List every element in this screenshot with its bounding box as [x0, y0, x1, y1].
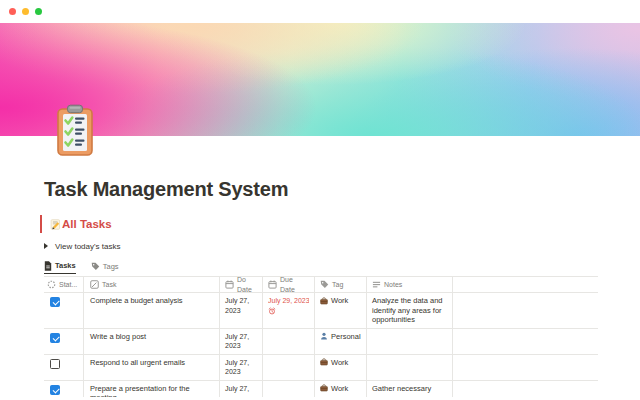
- tab-tasks[interactable]: Tasks: [44, 261, 76, 274]
- status-circle-icon: [47, 280, 56, 289]
- alarm-clock-icon: [268, 307, 276, 315]
- text-lines-icon: [372, 280, 381, 289]
- all-tasks-heading-label: All Tasks: [62, 218, 112, 230]
- tag-icon: [320, 280, 329, 289]
- table-row: Prepare a presentation for the meeting J…: [44, 381, 598, 397]
- tag-cell[interactable]: Personal: [315, 329, 367, 354]
- column-header-notes[interactable]: Notes: [367, 277, 453, 292]
- page-cover-image[interactable]: [0, 23, 640, 136]
- tab-tags[interactable]: Tags: [91, 261, 119, 274]
- pencil-square-icon: [90, 280, 99, 289]
- tab-tasks-label[interactable]: Tasks: [55, 261, 76, 270]
- traffic-light-minimize-button[interactable]: [22, 8, 29, 15]
- column-header-status[interactable]: Stat...: [44, 277, 84, 292]
- notion-window: Task Management System All Tasks View to…: [0, 0, 640, 400]
- notes-cell[interactable]: Analyze the data and identify any areas …: [367, 293, 453, 328]
- status-cell[interactable]: [44, 293, 84, 328]
- notes-cell[interactable]: Gather necessary: [367, 381, 453, 397]
- row-empty-space[interactable]: [453, 329, 598, 354]
- status-cell[interactable]: [44, 329, 84, 354]
- do-date-cell[interactable]: July 27, 2023: [220, 355, 263, 380]
- overdue-date: July 29, 2023: [268, 296, 309, 306]
- tab-tags-label[interactable]: Tags: [103, 262, 119, 271]
- briefcase-icon: [320, 358, 328, 366]
- task-cell[interactable]: Complete a budget analysis: [84, 293, 220, 328]
- toggle-arrow-icon[interactable]: [44, 243, 48, 249]
- column-header-do-date[interactable]: Do Date: [220, 277, 263, 292]
- notes-cell[interactable]: [367, 329, 453, 354]
- toggle-view-todays-tasks[interactable]: View today's tasks: [44, 240, 640, 252]
- due-date-cell[interactable]: [263, 329, 315, 354]
- tag-icon: [91, 262, 100, 271]
- table-row: Complete a budget analysis July 27, 2023…: [44, 293, 598, 329]
- traffic-light-close-button[interactable]: [9, 8, 16, 15]
- tag-label: Personal: [331, 332, 361, 342]
- task-checkbox[interactable]: [50, 297, 60, 307]
- clipboard-icon[interactable]: [55, 104, 95, 157]
- tag-label: Work: [331, 358, 348, 368]
- task-checkbox[interactable]: [50, 333, 60, 343]
- document-icon: [44, 261, 52, 271]
- task-checkbox[interactable]: [50, 359, 60, 369]
- calendar-icon: [268, 280, 277, 289]
- column-header-task[interactable]: Task: [84, 277, 220, 292]
- column-header-due-date[interactable]: Due Date: [263, 277, 315, 292]
- calendar-icon: [225, 280, 234, 289]
- do-date-cell[interactable]: July 27, 2023: [220, 329, 263, 354]
- tag-cell[interactable]: Work: [315, 355, 367, 380]
- task-checkbox[interactable]: [50, 385, 60, 395]
- task-cell[interactable]: Prepare a presentation for the meeting: [84, 381, 220, 397]
- row-empty-space[interactable]: [453, 293, 598, 328]
- briefcase-icon: [320, 297, 328, 305]
- traffic-light-fullscreen-button[interactable]: [35, 8, 42, 15]
- do-date-cell[interactable]: July 27, 2023: [220, 293, 263, 328]
- task-cell[interactable]: Write a blog post: [84, 329, 220, 354]
- tag-cell[interactable]: Work: [315, 293, 367, 328]
- tag-cell[interactable]: Work: [315, 381, 367, 397]
- table-header-empty-space[interactable]: [453, 277, 598, 292]
- do-date-cell[interactable]: July 27,: [220, 381, 263, 397]
- table-header-row: Stat... Task Do Date: [44, 277, 598, 293]
- person-icon: [320, 332, 328, 340]
- database-view-tabs: Tasks Tags: [44, 261, 640, 274]
- tasks-table: Stat... Task Do Date: [44, 276, 598, 400]
- due-date-cell[interactable]: [263, 355, 315, 380]
- due-date-cell[interactable]: July 29, 2023: [263, 293, 315, 328]
- tag-label: Work: [331, 384, 348, 394]
- table-row-clipped: Prepare a presentation for the meeting J…: [44, 381, 598, 397]
- status-cell[interactable]: [44, 381, 84, 397]
- task-cell[interactable]: Respond to all urgent emails: [84, 355, 220, 380]
- briefcase-icon: [320, 384, 328, 392]
- notes-cell[interactable]: [367, 355, 453, 380]
- table-row: Respond to all urgent emails July 27, 20…: [44, 355, 598, 381]
- row-empty-space[interactable]: [453, 355, 598, 380]
- column-header-tag[interactable]: Tag: [315, 277, 367, 292]
- status-cell[interactable]: [44, 355, 84, 380]
- window-titlebar: [0, 0, 640, 23]
- due-date-cell[interactable]: [263, 381, 315, 397]
- memo-icon: [50, 219, 61, 230]
- toggle-label[interactable]: View today's tasks: [55, 242, 120, 251]
- tag-label: Work: [331, 296, 348, 306]
- row-empty-space[interactable]: [453, 381, 598, 397]
- table-row: Write a blog post July 27, 2023 Personal: [44, 329, 598, 355]
- page-title: Task Management System: [44, 179, 640, 200]
- all-tasks-heading: All Tasks: [40, 215, 640, 233]
